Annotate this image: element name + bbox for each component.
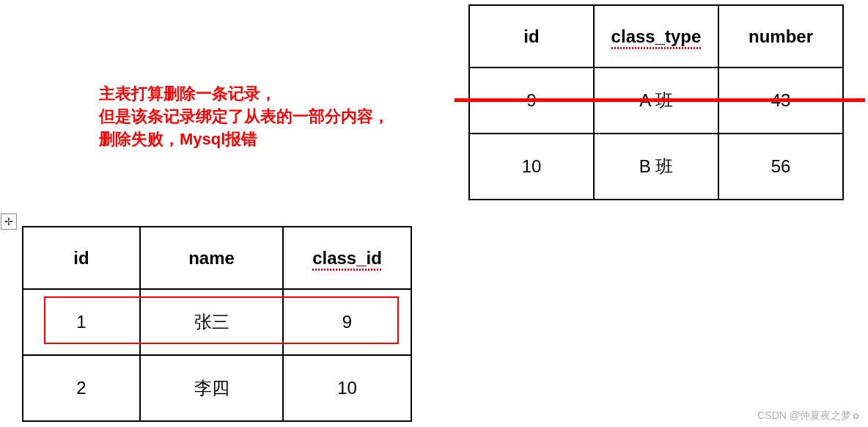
annotation-line3: 删除失败，Mysql报错: [99, 128, 389, 151]
annotation-line2: 但是该条记录绑定了从表的一部分内容，: [99, 106, 389, 128]
master-table: id class_type number 9 A 班 43 10 B 班 56: [468, 4, 844, 200]
slave-header-class-id: class_id: [283, 227, 411, 289]
slave-header-id: id: [23, 227, 140, 289]
cell-name: 李四: [140, 355, 283, 421]
highlight-related-row: [44, 296, 399, 344]
cell-id: 10: [469, 134, 594, 200]
delete-strikethrough-line: [455, 98, 865, 102]
master-header-number: number: [718, 5, 843, 67]
annotation-line1: 主表打算删除一条记录，: [99, 83, 389, 106]
table-row: 2 李四 10: [23, 355, 411, 421]
cell-id: 2: [23, 355, 140, 421]
master-header-id: id: [469, 5, 594, 67]
slave-header-name: name: [140, 227, 283, 289]
watermark: CSDN @仲夏夜之梦✿: [757, 409, 859, 423]
cell-class-type: B 班: [594, 134, 718, 200]
move-handle-icon[interactable]: ✢: [1, 213, 17, 230]
table-row: 10 B 班 56: [469, 134, 843, 200]
move-glyph: ✢: [4, 216, 13, 227]
cell-number: 56: [718, 134, 843, 200]
cell-class-id: 10: [283, 355, 411, 421]
watermark-icon: ✿: [853, 412, 859, 420]
watermark-text: CSDN @仲夏夜之梦: [757, 409, 851, 421]
master-header-class-type: class_type: [594, 5, 718, 67]
annotation-text: 主表打算删除一条记录， 但是该条记录绑定了从表的一部分内容， 删除失败，Mysq…: [99, 83, 389, 150]
